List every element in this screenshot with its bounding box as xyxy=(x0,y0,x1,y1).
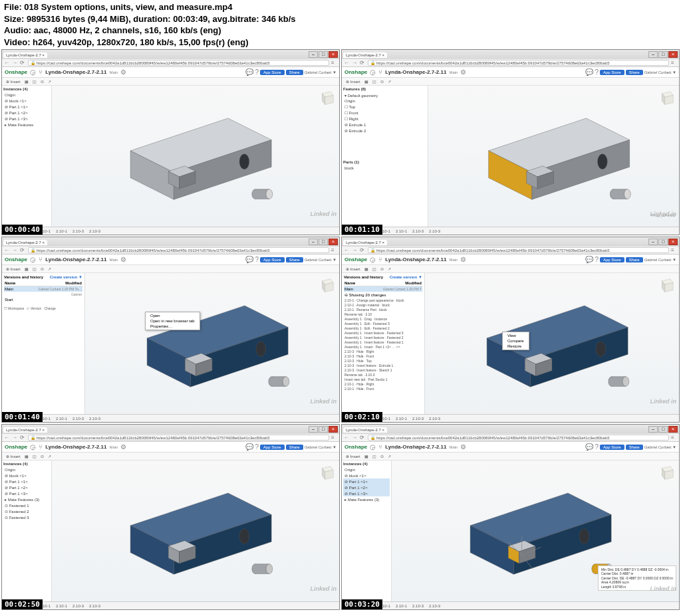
insert-btn[interactable]: ⊕ Insert xyxy=(6,79,21,84)
sidebar-item[interactable]: Origin xyxy=(343,467,390,472)
footer-tab[interactable]: 2.10-3 xyxy=(412,417,424,421)
insert-btn[interactable]: ⊕ Insert xyxy=(6,266,21,271)
sidebar-item[interactable]: ⊘ Part 1 <2> xyxy=(343,484,390,490)
version-row[interactable]: MainGabriel Corbett 1:20 PM T xyxy=(344,286,422,292)
app-store-btn[interactable]: App Store xyxy=(600,445,624,450)
reload-icon[interactable]: ⟳ xyxy=(20,247,26,253)
app-store-btn[interactable]: App Store xyxy=(600,70,624,75)
footer-tab[interactable]: 2.10-1 xyxy=(396,604,407,608)
back-icon[interactable]: ← xyxy=(4,247,10,253)
insert-btn[interactable]: ⊕ Insert xyxy=(346,454,360,459)
tool-icon[interactable]: ↗ xyxy=(388,454,391,459)
tool-icon[interactable]: ⊙ xyxy=(380,79,384,84)
gear-icon[interactable]: ⚙ xyxy=(460,256,466,263)
user-menu[interactable]: Gabriel Corbett ▼ xyxy=(644,70,676,74)
url-input[interactable]: 🔒https://cad.onshape.com/documents/bce00… xyxy=(28,435,329,441)
history-item[interactable]: 2.10-1 · Hide · Front xyxy=(344,386,422,391)
reload-icon[interactable]: ⟳ xyxy=(360,247,366,253)
menu-icon[interactable]: ≡ xyxy=(671,247,677,253)
branch-icon[interactable]: ⑂ xyxy=(378,443,382,451)
sidebar-item[interactable]: Origin xyxy=(3,467,50,472)
back-icon[interactable]: ← xyxy=(344,247,350,253)
insert-btn[interactable]: ⊕ Insert xyxy=(346,79,360,84)
user-menu[interactable]: Gabriel Corbett ▼ xyxy=(305,70,337,74)
tool-icon[interactable]: ⊙ xyxy=(41,79,44,84)
tool-icon[interactable]: ⊙ xyxy=(380,266,384,271)
footer-tab[interactable]: 2.10-1 xyxy=(396,417,407,421)
menu-icon[interactable]: ≡ xyxy=(331,247,337,253)
history-item[interactable]: Assembly 1 · Edit · Fastened 3 xyxy=(344,321,422,326)
tool-icon[interactable]: ⊙ xyxy=(380,454,384,459)
footer-tab[interactable]: 2.10-3 xyxy=(72,417,84,421)
view-cube[interactable] xyxy=(656,464,675,483)
history-item[interactable]: 2.10-3 · Hide · Right xyxy=(344,349,422,354)
sidebar-item[interactable]: ☐ Right xyxy=(343,116,426,122)
viewport-3d[interactable]: Prop_EFeM6 Linked in xyxy=(428,86,679,227)
share-btn[interactable]: Share xyxy=(626,70,643,75)
footer-tab[interactable]: 2.10-1 xyxy=(396,229,407,233)
chat-icon[interactable]: 💬 xyxy=(585,443,593,451)
gear-icon[interactable]: ⚙ xyxy=(120,256,126,263)
history-item[interactable]: 2.10-3 · Hide · Front xyxy=(344,354,422,358)
gear-icon[interactable]: ⚙ xyxy=(460,443,466,451)
browser-tab[interactable]: Lynda-Onshape-2.7 × xyxy=(3,427,47,433)
footer-tab[interactable]: 2.10-3 xyxy=(412,229,424,233)
sidebar-item[interactable]: Origin xyxy=(3,92,50,98)
minimize-btn[interactable]: – xyxy=(648,51,658,58)
fwd-icon[interactable]: → xyxy=(352,60,358,66)
onshape-logo[interactable]: Onshape xyxy=(5,69,27,75)
viewport-3d[interactable]: Min Dist. DE 0.4887 DY 0.4888 DZ -0.0004… xyxy=(392,461,679,601)
insert-btn[interactable]: ⊕ Insert xyxy=(6,454,21,459)
app-store-btn[interactable]: App Store xyxy=(260,257,285,262)
gear-icon[interactable]: ⚙ xyxy=(460,68,466,76)
ctx-item[interactable]: Properties… xyxy=(146,324,199,329)
vp-tab[interactable]: ◇ Version xyxy=(27,306,41,310)
help-icon[interactable]: ? xyxy=(255,443,259,451)
menu-icon[interactable]: ≡ xyxy=(671,60,677,66)
sidebar-item[interactable]: ⊘ Part 1 <2> xyxy=(3,484,50,490)
ctx-item[interactable]: Restore xyxy=(503,344,528,349)
app-store-btn[interactable]: App Store xyxy=(260,70,285,75)
history-item[interactable]: 2.10-3 · Insert feature · Extrude 1 xyxy=(344,363,422,367)
back-icon[interactable]: ← xyxy=(4,435,10,441)
hist-icon[interactable]: ◶ xyxy=(30,443,36,451)
browser-tab[interactable]: Lynda-Onshape-2.7 × xyxy=(343,427,387,433)
onshape-logo[interactable]: Onshape xyxy=(344,444,367,450)
hist-icon[interactable]: ◶ xyxy=(30,68,36,76)
history-item[interactable]: 2.10-1 · Hide · Right xyxy=(344,381,422,386)
branch-icon[interactable]: ⑂ xyxy=(378,68,382,76)
maximize-btn[interactable]: □ xyxy=(319,51,328,58)
ctx-item[interactable]: Open xyxy=(146,313,199,318)
sidebar-item[interactable]: ⊘ Part 1 <1> xyxy=(343,478,390,484)
footer-tab[interactable]: 2.10-3 xyxy=(89,417,100,421)
share-btn[interactable]: Share xyxy=(626,257,643,262)
menu-icon[interactable]: ≡ xyxy=(331,60,337,66)
sidebar-item[interactable]: ▾ Default geometry xyxy=(343,92,426,98)
user-menu[interactable]: Gabriel Corbett ▼ xyxy=(644,445,676,449)
help-icon[interactable]: ? xyxy=(595,256,599,263)
tool-icon[interactable]: ◫ xyxy=(372,266,376,271)
footer-tab[interactable]: 2.10-3 xyxy=(429,229,440,233)
tool-icon[interactable]: ◫ xyxy=(33,454,37,459)
chat-icon[interactable]: 💬 xyxy=(585,256,593,263)
sidebar-item[interactable]: ⊘ Extrude 1 xyxy=(343,122,426,128)
close-btn[interactable]: × xyxy=(329,426,338,433)
tool-icon[interactable]: ◫ xyxy=(372,79,376,84)
hist-icon[interactable]: ◶ xyxy=(370,443,376,451)
fwd-icon[interactable]: → xyxy=(12,247,18,253)
tool-icon[interactable]: ⊙ xyxy=(41,266,44,271)
help-icon[interactable]: ? xyxy=(595,443,599,451)
tool-icon[interactable]: ↗ xyxy=(48,266,51,271)
footer-tab[interactable]: 2.10-1 xyxy=(56,417,67,421)
minimize-btn[interactable]: – xyxy=(309,51,318,58)
fwd-icon[interactable]: → xyxy=(12,435,18,441)
footer-tab[interactable]: 2.10-3 xyxy=(429,417,440,421)
help-icon[interactable]: ? xyxy=(255,256,259,263)
create-version-btn[interactable]: Create version ▼ xyxy=(50,275,82,279)
close-btn[interactable]: × xyxy=(329,239,338,245)
sidebar-item[interactable]: ⊘ block <1> xyxy=(343,472,390,478)
version-row[interactable]: ⊖ Showing 20 changes xyxy=(344,292,422,298)
history-item[interactable]: Assembly 1 · Insert feature · Fastened 2 xyxy=(344,335,422,340)
view-cube[interactable] xyxy=(656,90,675,108)
history-item[interactable]: 2.10-3 · Insert feature · Sketch 1 xyxy=(344,367,422,372)
